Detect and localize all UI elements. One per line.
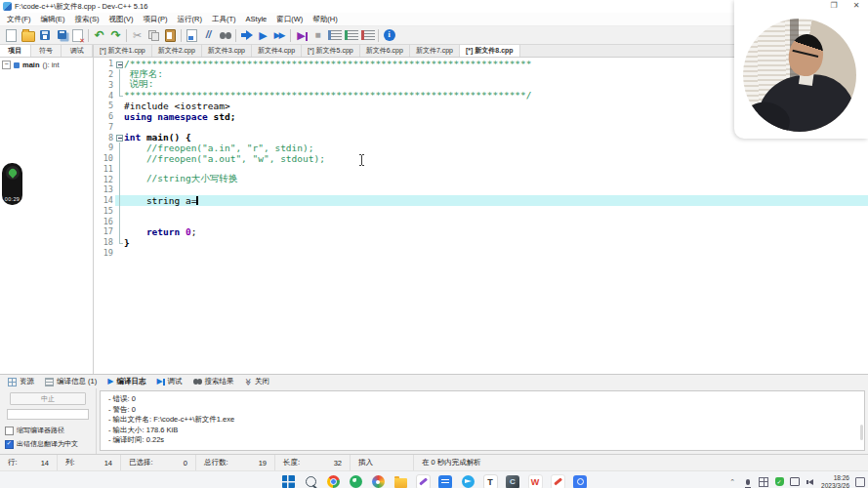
blue-note-app-taskbar-button[interactable]: [438, 472, 453, 488]
code-line[interactable]: 13: [94, 184, 868, 195]
abort-button[interactable]: 中止: [10, 392, 86, 405]
microphone-icon[interactable]: [743, 476, 753, 488]
start-button[interactable]: [281, 472, 296, 488]
profiling-log-button[interactable]: [343, 27, 359, 43]
menu-item[interactable]: 视图(V): [104, 15, 139, 24]
toggle-comment-button[interactable]: //: [200, 27, 217, 43]
tree-item-main-function[interactable]: − main (): int: [0, 58, 93, 72]
menu-item[interactable]: 搜索(S): [70, 15, 104, 24]
bottom-tab-资源[interactable]: 资源: [4, 377, 38, 386]
purple-pen-app-taskbar-button[interactable]: [416, 472, 431, 488]
menu-item[interactable]: 工具(T): [207, 15, 241, 24]
telegram-taskbar-button[interactable]: [461, 472, 475, 488]
checkbox[interactable]: [5, 427, 14, 435]
list-icon: [45, 378, 54, 386]
cut-button[interactable]: ✂: [129, 27, 145, 43]
undo-button[interactable]: ↶: [91, 27, 107, 43]
bottom-tab-编译信息 (1)[interactable]: 编译信息 (1): [41, 377, 101, 386]
code-line[interactable]: 18}: [94, 237, 868, 248]
collapse-icon[interactable]: −: [2, 61, 11, 69]
close-file-button[interactable]: [69, 27, 86, 43]
debug-button[interactable]: ▶: [293, 27, 310, 43]
menu-item[interactable]: 编辑(E): [36, 15, 70, 24]
save-all-button[interactable]: [53, 27, 69, 43]
menu-item[interactable]: 文件(F): [2, 15, 36, 24]
panel-tab-符号[interactable]: 符号: [31, 45, 62, 57]
fold-toggle-icon[interactable]: [115, 132, 124, 142]
file-tab[interactable]: 新文件6.cpp: [360, 45, 410, 57]
bottom-tab-label: 编译日志: [116, 377, 145, 386]
insert-snippet-button[interactable]: [184, 27, 200, 43]
file-tab[interactable]: 新文件7.cpp: [410, 45, 460, 57]
compile-option-checkbox[interactable]: 出错信息翻译为中文: [5, 439, 93, 449]
file-tab[interactable]: 新文件2.cpp: [152, 45, 202, 57]
code-line[interactable]: 12 //string大小写转换: [94, 174, 868, 184]
tray-grid-icon[interactable]: [759, 476, 768, 488]
redo-button[interactable]: ↷: [107, 27, 124, 43]
code-line[interactable]: 15: [94, 206, 868, 217]
profile-analysis-button[interactable]: [326, 27, 343, 43]
save-button[interactable]: [36, 27, 53, 43]
new-file-icon: [6, 29, 17, 42]
t-app-taskbar-button[interactable]: T: [483, 472, 498, 488]
screen-recorder-badge[interactable]: 00:29: [2, 163, 22, 205]
file-tab[interactable]: [*] 新文件8.cpp: [460, 45, 520, 57]
menu-item[interactable]: AStyle: [241, 15, 272, 23]
compile-option-checkbox[interactable]: 缩写编译器路径: [5, 426, 93, 435]
bottom-tab-关闭[interactable]: ≫关闭: [241, 377, 273, 386]
menu-item[interactable]: 项目(P): [139, 15, 173, 24]
bottom-tab-搜索结果[interactable]: 搜索结果: [189, 377, 238, 386]
code-line[interactable]: 17 return 0;: [94, 226, 868, 237]
compile-button[interactable]: [238, 27, 255, 43]
bottom-tab-label: 搜索结果: [205, 377, 234, 386]
chrome-taskbar-button[interactable]: [326, 472, 341, 488]
file-tab[interactable]: [*] 新文件5.cpp: [302, 45, 360, 57]
code-line[interactable]: 16: [94, 216, 868, 226]
panel-tab-项目[interactable]: 项目: [0, 45, 31, 57]
blue-disk-app-taskbar-button[interactable]: [573, 472, 588, 488]
debug-icon: ▶: [296, 30, 308, 41]
webcam-close-icon[interactable]: ✕: [851, 1, 861, 10]
code-line[interactable]: 10 //freopen("a.out", "w", stdout);: [94, 153, 868, 164]
bottom-tab-调试[interactable]: ▶调试: [152, 377, 186, 386]
webcam-restore-icon[interactable]: ❐: [829, 1, 839, 10]
info-button[interactable]: i: [381, 27, 397, 43]
fold-toggle-icon[interactable]: [115, 59, 124, 69]
display-icon[interactable]: [790, 476, 800, 488]
speaker-icon[interactable]: [806, 476, 815, 488]
paste-button[interactable]: [162, 27, 179, 43]
checkbox-checked[interactable]: [5, 440, 14, 449]
file-tab[interactable]: 新文件3.cpp: [202, 45, 252, 57]
menu-item[interactable]: 运行(R): [173, 15, 207, 24]
find-button[interactable]: [217, 27, 233, 43]
stop-execution-button[interactable]: ■: [310, 27, 326, 43]
green-app-taskbar-button[interactable]: [349, 472, 363, 488]
tray-expand-icon[interactable]: ⌃: [727, 476, 737, 488]
new-file-button[interactable]: [3, 27, 20, 43]
webcam-overlay-window[interactable]: ❐ ✕: [734, 0, 868, 139]
search-taskbar-button[interactable]: [304, 472, 318, 488]
menu-item[interactable]: 窗口(W): [271, 15, 308, 24]
copy-button[interactable]: [145, 27, 162, 43]
menu-item[interactable]: 帮助(H): [308, 15, 342, 24]
antivirus-shield-icon[interactable]: ✓: [774, 476, 784, 488]
notification-center-icon[interactable]: [855, 476, 865, 488]
bottom-tab-编译日志[interactable]: ▶编译日志: [103, 377, 149, 386]
file-tab[interactable]: 新文件4.cpp: [252, 45, 302, 57]
open-file-button[interactable]: [20, 27, 36, 43]
file-tab[interactable]: [*] 新文件1.cpp: [94, 45, 152, 57]
panel-tab-调试[interactable]: 调试: [62, 45, 93, 57]
file-explorer-taskbar-button[interactable]: [393, 472, 408, 488]
run-button[interactable]: ▶: [255, 27, 271, 43]
clock[interactable]: 18:26 2023/3/26: [821, 474, 849, 488]
code-line[interactable]: 9 //freopen("a.in", "r", stdin);: [94, 142, 868, 153]
pinwheel-app-taskbar-button[interactable]: [371, 472, 386, 488]
code-line[interactable]: 14 string a=: [94, 195, 868, 206]
wps-taskbar-button[interactable]: W: [528, 472, 543, 488]
compile-and-run-button[interactable]: ▶▶: [271, 27, 288, 43]
delete-profiling-button[interactable]: [359, 27, 376, 43]
dev-cpp-taskbar-taskbar-button[interactable]: C: [506, 472, 520, 488]
log-scrollbar[interactable]: [860, 425, 863, 440]
code-line[interactable]: 19: [94, 248, 868, 259]
red-pen-app-taskbar-button[interactable]: [551, 472, 565, 488]
